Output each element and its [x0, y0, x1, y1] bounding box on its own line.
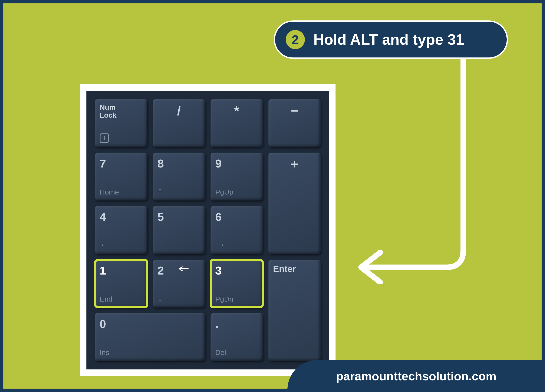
key-label: 3 [215, 264, 258, 277]
key-label: 4 [100, 210, 143, 223]
key-label: 8 [158, 157, 201, 170]
key-2: 2 ↓ [153, 260, 205, 307]
key-sublabel: PgUp [215, 188, 258, 196]
key-label: 6 [215, 210, 258, 223]
step-number-badge: 2 [286, 30, 305, 49]
key-label: Enter [273, 264, 316, 274]
key-numlock: Num Lock 1 [95, 99, 147, 147]
key-1-highlighted: 1 End [95, 260, 147, 307]
key-label: Num Lock [100, 104, 143, 119]
key-9: 9 PgUp [211, 153, 263, 201]
key-sublabel: Del [215, 348, 258, 357]
footer-attribution: paramounttechsolution.com [287, 360, 545, 392]
key-sublabel: → [215, 240, 258, 250]
key-label: + [273, 157, 316, 172]
key-divide: / [153, 99, 205, 147]
key-plus: + [268, 153, 321, 254]
key-8: 8 ↑ [153, 153, 205, 201]
step-instruction-text: Hold ALT and type 31 [313, 31, 464, 48]
connector-arrow [344, 59, 472, 284]
numlock-indicator-icon: 1 [100, 134, 109, 143]
key-sublabel: ↑ [158, 186, 201, 196]
numpad-grid: Num Lock 1 / * − 7 Home 8 ↑ 9 PgUp + 4 ← [87, 91, 329, 369]
key-sublabel: End [100, 295, 143, 303]
key-sublabel: ← [100, 240, 143, 250]
key-label: 2 [158, 264, 201, 277]
key-sublabel: ↓ [158, 293, 201, 303]
key-label: 9 [215, 157, 258, 170]
footer-text: paramounttechsolution.com [336, 369, 496, 383]
key-enter: Enter [268, 260, 321, 361]
key-0: 0 Ins [95, 313, 205, 361]
numpad-illustration: Num Lock 1 / * − 7 Home 8 ↑ 9 PgUp + 4 ← [80, 84, 335, 376]
key-sublabel: Home [100, 188, 143, 196]
key-6: 6 → [211, 206, 263, 254]
key-label: − [273, 104, 316, 118]
key-5: 5 [153, 206, 205, 254]
key-label: 1 [100, 264, 143, 277]
key-4: 4 ← [95, 206, 147, 254]
key-minus: − [268, 99, 321, 147]
key-label: / [158, 104, 201, 118]
key-label: 0 [100, 317, 200, 331]
key-sublabel: PgDn [215, 295, 258, 303]
step-callout: 2 Hold ALT and type 31 [274, 20, 508, 59]
key-dot: . Del [211, 313, 263, 361]
key-label: . [215, 317, 258, 331]
key-label: * [215, 104, 258, 118]
key-multiply: * [211, 99, 263, 147]
key-7: 7 Home [95, 153, 147, 201]
key-3-highlighted: 3 PgDn [211, 260, 263, 307]
key-sublabel: Ins [100, 348, 200, 357]
key-label: 5 [158, 210, 201, 223]
key-label: 7 [100, 157, 143, 170]
